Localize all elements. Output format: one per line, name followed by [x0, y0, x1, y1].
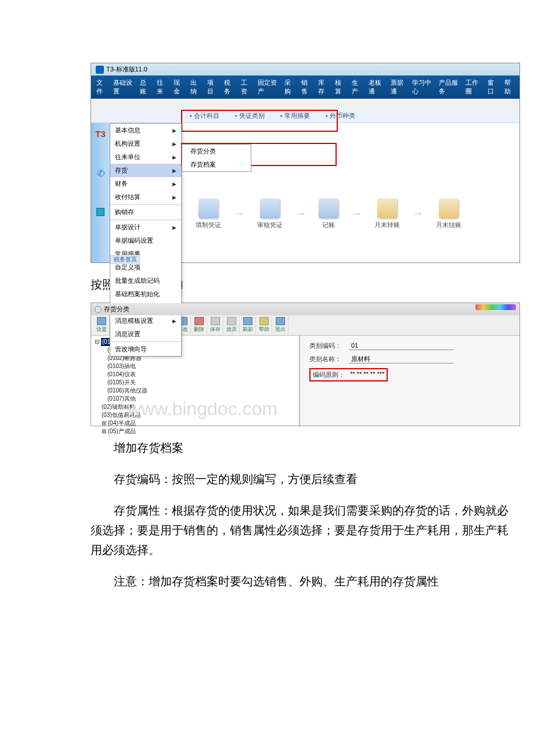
base-settings-dropdown[interactable]: 基本信息▶ 机构设置▶ 往来单位▶ 存货▶ 财务▶ 收付结算▶ 购销存 单据设计… — [110, 123, 182, 357]
mi-basic[interactable]: 基本信息▶ — [110, 124, 181, 137]
menu-acct[interactable]: 核算 — [332, 77, 348, 97]
phone-icon: ✆ — [97, 168, 104, 179]
t3-app-window: T3-标准版11.0 文件 基础设置 总账 往来 现金 出纳 项目 税务 工资 … — [91, 63, 520, 263]
code-label: 类别编码： — [309, 341, 343, 350]
mi-settle[interactable]: 收付结算▶ — [110, 190, 181, 204]
menu-purchase[interactable]: 采购 — [282, 77, 297, 97]
cat-titlebar: 存货分类 — [91, 303, 519, 315]
magnifier-icon — [95, 306, 102, 313]
step-close[interactable]: 月末结账 — [436, 199, 461, 229]
tree-node[interactable]: (0105)开关 — [95, 379, 295, 387]
menu-cashier[interactable]: 出纳 — [187, 77, 203, 97]
tb-voucher[interactable]: ▪凭证类别 — [235, 112, 265, 119]
mi-batch-code[interactable]: 批量生成助记码 — [110, 274, 181, 287]
btn-set[interactable]: 设置 — [93, 316, 110, 334]
arrow-icon: → — [351, 208, 362, 220]
tree-node[interactable]: ⊞ (05)产成品 — [95, 427, 295, 435]
tree-node[interactable]: (02)辅助材料 — [95, 403, 295, 411]
rule-highlight: 编码原则： ** ** ** ** *** — [309, 368, 388, 381]
menu-bill[interactable]: 票据通 — [388, 77, 409, 97]
blank-toolbar — [91, 99, 519, 109]
app-icon — [96, 66, 104, 74]
menu-help[interactable]: 帮助 — [501, 77, 517, 97]
menu-base[interactable]: 基础设置 — [110, 77, 136, 97]
workflow: 填制凭证 → 审核凭证 → 记账 → 月末转账 → 月末结账 — [196, 199, 461, 229]
mi-vat-wizard[interactable]: 营改增向导 — [110, 343, 181, 356]
tree-node[interactable]: (0106)其他仪器 — [95, 387, 295, 395]
workspace: T3 ✆ 基本信息▶ 机构设置▶ 往来单位▶ 存货▶ 财务▶ 收付结算▶ 购销存… — [91, 123, 519, 262]
window-title: T3-标准版11.0 — [106, 65, 147, 74]
submenu-category[interactable]: 存货分类 — [182, 145, 251, 158]
menu-gl[interactable]: 总账 — [137, 77, 153, 97]
name-label: 类别名称： — [309, 355, 343, 363]
step-post[interactable]: 记账 — [319, 199, 338, 229]
rule-label: 编码原则： — [313, 370, 347, 379]
quick-toolbar: ▪会计科目 ▪凭证类别 ▪常用摘要 ▪外币种类 — [91, 109, 519, 123]
tb-summary[interactable]: ▪常用摘要 — [280, 112, 310, 119]
paragraph-5: 注意：增加存货档案时要勾选销售、外购、生产耗用的存货属性 — [91, 571, 508, 591]
menu-file[interactable]: 文件 — [93, 77, 109, 97]
tree-node[interactable]: ⊞ (04)半成品 — [95, 419, 295, 427]
btn-exit[interactable]: 退出 — [272, 316, 288, 334]
menu-cash[interactable]: 现金 — [171, 77, 186, 97]
tree-node[interactable]: (0104)仪表 — [95, 370, 295, 379]
step-audit[interactable]: 审核凭证 — [257, 199, 283, 229]
cat-title-text: 存货分类 — [104, 305, 129, 314]
rainbow-bar — [475, 304, 516, 310]
name-input[interactable] — [349, 355, 453, 363]
menu-prod[interactable]: 生产 — [349, 77, 365, 97]
menu-proj[interactable]: 项目 — [204, 77, 220, 97]
square-icon — [96, 208, 104, 216]
mi-msg-tpl[interactable]: 消息模板设置▶ — [110, 314, 181, 327]
menu-workcircle[interactable]: 工作圈 — [463, 77, 484, 97]
step-fill[interactable]: 填制凭证 — [196, 199, 221, 229]
arrow-icon: → — [234, 208, 244, 220]
mi-msg-set[interactable]: 消息设置 — [110, 327, 181, 341]
menu-fa[interactable]: 固定资产 — [255, 77, 280, 97]
tb-account[interactable]: ▪会计科目 — [190, 112, 219, 119]
tree-node[interactable]: (03)低值易耗品 — [95, 411, 295, 419]
btn-help[interactable]: 帮助 — [256, 316, 272, 334]
menu-service[interactable]: 产品服务 — [436, 77, 461, 97]
menu-ar[interactable]: 往来 — [154, 77, 169, 97]
mi-finance[interactable]: 财务▶ — [110, 177, 181, 190]
btn-save: 保存 — [207, 316, 223, 334]
mi-inventory[interactable]: 存货▶ — [110, 164, 181, 177]
mi-form-code[interactable]: 单据编码设置 — [110, 234, 181, 247]
left-sidebar[interactable]: T3 ✆ — [91, 123, 110, 262]
paragraph-3: 存货编码：按照一定的规则编写，方便后续查看 — [91, 469, 508, 489]
mi-init[interactable]: 基础档案初始化 — [110, 287, 181, 301]
mi-party[interactable]: 往来单位▶ — [110, 150, 181, 164]
titlebar: T3-标准版11.0 — [91, 63, 519, 75]
menu-boss[interactable]: 老板通 — [366, 77, 387, 97]
tb-currency[interactable]: ▪外币种类 — [326, 112, 355, 119]
arrow-icon: → — [295, 208, 306, 220]
menu-salary[interactable]: 工资 — [238, 77, 254, 97]
arrow-icon: → — [413, 208, 423, 220]
category-form: 类别编码： 类别名称： 编码原则： ** ** ** ** *** — [300, 336, 519, 426]
mi-form-design[interactable]: 单据设计▶ — [110, 221, 181, 234]
bottom-tab[interactable]: 税务首页 — [110, 255, 140, 264]
inventory-submenu[interactable]: 存货分类 存货档案 — [182, 144, 251, 172]
tree-node[interactable]: (0103)插电 — [95, 362, 295, 370]
menu-stock[interactable]: 库存 — [315, 77, 331, 97]
paragraph-2: 增加存货档案 — [91, 438, 508, 458]
tree-node[interactable]: (0107)其他 — [95, 395, 295, 403]
btn-cancel: 放弃 — [223, 316, 240, 334]
menu-learn[interactable]: 学习中心 — [409, 77, 435, 97]
menubar[interactable]: 文件 基础设置 总账 往来 现金 出纳 项目 税务 工资 固定资产 采购 销售 … — [91, 75, 519, 99]
submenu-archive[interactable]: 存货档案 — [182, 158, 251, 171]
mi-org[interactable]: 机构设置▶ — [110, 137, 181, 150]
btn-delete[interactable]: 删除 — [191, 316, 207, 334]
menu-window[interactable]: 窗口 — [485, 77, 500, 97]
mi-psi[interactable]: 购销存 — [110, 206, 181, 219]
logo-t3: T3 — [95, 129, 106, 139]
rule-value: ** ** ** ** *** — [350, 370, 384, 379]
step-transfer[interactable]: 月末转账 — [374, 199, 400, 229]
code-input[interactable] — [349, 341, 453, 350]
menu-tax[interactable]: 税务 — [221, 77, 237, 97]
paragraph-4: 存货属性：根据存货的使用状况，如果是我们需要采购的存货的话，外购就必须选择；要是… — [91, 501, 508, 560]
btn-refresh[interactable]: 刷新 — [240, 316, 256, 334]
menu-sales[interactable]: 销售 — [298, 77, 314, 97]
